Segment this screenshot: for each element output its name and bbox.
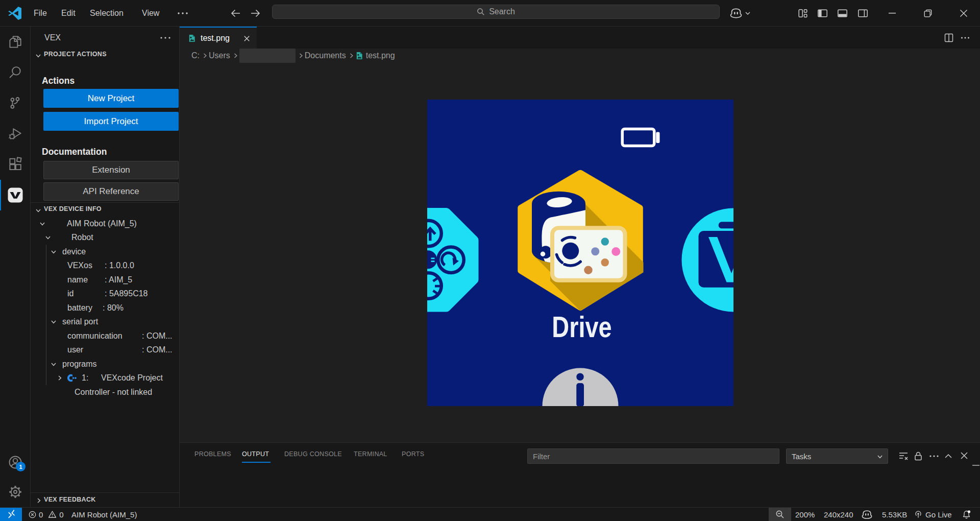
close-panel-icon[interactable] [960, 451, 969, 460]
actions-heading: Actions [42, 76, 75, 86]
extension-button[interactable]: Extension [43, 161, 179, 179]
tree-row-aim-robot[interactable]: AIM Robot (AIM_5) [31, 217, 180, 231]
filter-input[interactable]: Filter [527, 448, 779, 464]
copilot-chevron-icon[interactable] [745, 11, 751, 16]
tree-row-device[interactable]: device [31, 245, 180, 259]
clear-output-icon[interactable] [898, 451, 909, 461]
search-input[interactable]: Search [272, 5, 720, 19]
maximize-panel-icon[interactable] [944, 452, 953, 460]
dimensions-status[interactable]: 240x240 [824, 508, 853, 521]
icon-glyph [8, 187, 23, 203]
breadcrumb: C: Users Documents test.png [180, 49, 980, 63]
source-control-icon[interactable] [0, 88, 30, 119]
breadcrumb-documents[interactable]: Documents [305, 51, 346, 60]
minimize-icon[interactable] [889, 13, 896, 14]
search-view-icon[interactable] [0, 57, 30, 88]
menu-view[interactable]: View [142, 0, 159, 27]
remote-indicator[interactable] [0, 508, 22, 521]
device-status[interactable]: AIM Robot (AIM_5) [71, 508, 137, 521]
tab-test-png[interactable]: test.png [180, 27, 257, 49]
zoom-status[interactable] [769, 508, 791, 521]
statusbar-warnings-label: 0 [59, 510, 63, 519]
menu-file[interactable]: File [34, 0, 47, 27]
rows-label-label: communication [67, 331, 122, 341]
breadcrumb-redacted-user[interactable] [239, 49, 296, 63]
status-bar: 0 0 AIM Robot (AIM_5) 200% 240x240 5.5 [0, 507, 980, 521]
tree-row-user[interactable]: user : COM... [31, 343, 180, 357]
section-device-info[interactable]: VEX DEVICE INFO [31, 202, 180, 217]
warning-icon [48, 510, 57, 518]
panel-tab-ports[interactable]: PORTS [402, 445, 424, 463]
api-reference-button[interactable]: API Reference [43, 182, 179, 201]
tree-row-communication[interactable]: communication : COM... [31, 329, 180, 343]
sections-feedback-label: VEX FEEDBACK [44, 496, 96, 503]
problems-status[interactable]: 0 0 [29, 508, 64, 521]
sidebar-title-label: VEX [44, 33, 61, 42]
import-project-button[interactable]: Import Project [43, 112, 179, 131]
tree-row-program-1[interactable]: 1: VEXcode Project [31, 371, 180, 385]
icon-glyph [8, 126, 23, 141]
toggle-primary-sidebar-icon[interactable] [817, 8, 828, 18]
copilot-status-icon[interactable] [861, 508, 873, 521]
panel-tab-output[interactable]: OUTPUT [242, 445, 269, 463]
new-project-button[interactable]: New Project [43, 89, 179, 108]
breadcrumb-drive[interactable]: C: [191, 51, 200, 60]
tree-row-programs[interactable]: programs [31, 357, 180, 371]
close-window-icon[interactable] [960, 9, 968, 17]
sidebar-more-icon[interactable] [160, 35, 171, 41]
section-feedback[interactable]: VEX FEEDBACK [31, 492, 180, 507]
statusbar-dimensions-label: 240x240 [824, 510, 853, 519]
customize-layout-icon[interactable] [798, 8, 808, 18]
tree-row-battery[interactable]: battery : 80% [31, 301, 180, 315]
tree-row-vexos[interactable]: VEXos : 1.0.0.0 [31, 258, 180, 273]
extensions-icon[interactable] [0, 149, 30, 180]
panel-tab-problems[interactable]: PROBLEMS [194, 445, 231, 463]
panel-scrollbar[interactable] [972, 465, 979, 466]
split-editor-icon[interactable] [944, 33, 953, 42]
explorer-icon[interactable] [0, 27, 30, 57]
run-debug-icon[interactable] [0, 119, 30, 149]
vscode-window: File Edit Selection View Search [0, 0, 980, 521]
forward-arrow-icon[interactable] [250, 8, 261, 18]
tree-row-id[interactable]: id : 5A895C18 [31, 287, 180, 301]
tree-row-serial-port[interactable]: serial port [31, 315, 180, 329]
menu-selection[interactable]: Selection [90, 0, 124, 27]
lock-icon[interactable] [913, 451, 923, 461]
chevron-right-icon [35, 497, 42, 504]
tree-row-controller[interactable]: Controller - not linked [31, 385, 180, 399]
accounts-icon[interactable] [0, 447, 30, 478]
toggle-panel-icon[interactable] [837, 8, 848, 18]
chevron-down-icon [50, 318, 57, 325]
notifications-bell-icon[interactable] [962, 508, 971, 521]
panel-more-icon[interactable] [929, 454, 939, 459]
copilot-icon[interactable] [729, 7, 743, 19]
breadcrumb-file[interactable]: test.png [366, 51, 395, 60]
breadcrumb-users[interactable]: Users [209, 51, 230, 60]
tab-strip: test.png [180, 27, 980, 49]
go-live-status[interactable]: Go Live [914, 508, 952, 521]
file-size-status[interactable]: 5.53KB [882, 508, 907, 521]
editor-more-icon[interactable] [961, 35, 970, 40]
panel-tabs-label: PROBLEMS [194, 451, 231, 458]
tree-row-robot[interactable]: Robot [31, 230, 180, 245]
zoom-level-status[interactable]: 200% [795, 508, 815, 521]
rows-label-label: Robot [71, 233, 93, 242]
settings-gear-icon[interactable] [0, 477, 30, 507]
rows-label-label: device [62, 247, 86, 256]
statusbar-go-live-label: Go Live [925, 510, 952, 519]
vex-view-icon[interactable] [0, 180, 30, 210]
chevron-down-icon [44, 234, 52, 241]
chevron-down-icon [50, 248, 57, 255]
back-arrow-icon[interactable] [230, 8, 241, 18]
section-project-actions[interactable]: PROJECT ACTIONS [31, 49, 180, 62]
panel-tab-terminal[interactable]: TERMINAL [354, 445, 387, 463]
restore-icon[interactable] [924, 9, 932, 17]
tree-row-name[interactable]: name : AIM_5 [31, 273, 180, 287]
menu-edit[interactable]: Edit [61, 0, 76, 27]
toggle-secondary-sidebar-icon[interactable] [857, 8, 868, 18]
editor-image-preview[interactable]: Drive [180, 63, 980, 442]
tab-close-icon[interactable] [243, 35, 250, 42]
tasks-dropdown[interactable]: Tasks [786, 448, 888, 464]
panel-tab-debug-console[interactable]: DEBUG CONSOLE [284, 445, 342, 463]
menu-more-icon[interactable] [177, 10, 189, 16]
